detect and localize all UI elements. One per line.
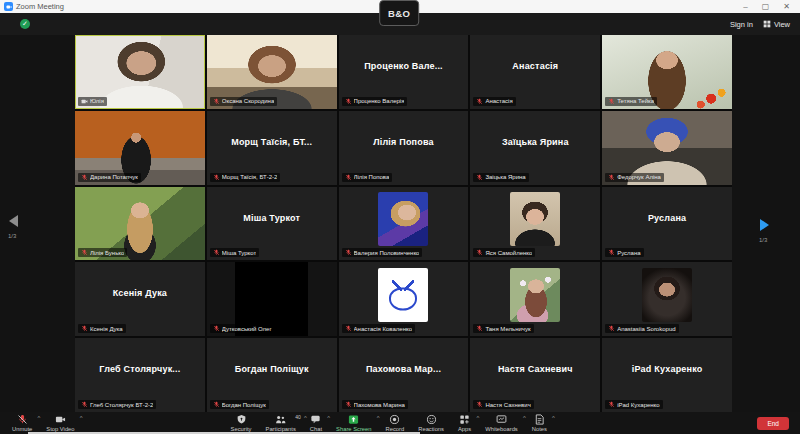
end-meeting-button[interactable]: End	[757, 417, 789, 430]
participant-tile[interactable]: Лілія Попова Лілія Попова	[339, 111, 469, 185]
participant-label: Юлія	[78, 97, 107, 106]
chat-button[interactable]: ^ Chat	[303, 414, 329, 432]
participant-label: Таня Мельничук	[473, 324, 533, 333]
participant-tile[interactable]: Настя Сахневич Настя Сахневич	[470, 338, 600, 412]
participant-label: Проценко Валерія	[342, 97, 408, 106]
muted-mic-icon	[213, 249, 220, 256]
whiteboards-button[interactable]: ^ Whiteboards	[478, 414, 525, 432]
participant-label: Дутковський Олег	[210, 324, 275, 333]
whiteboard-icon	[496, 414, 507, 425]
participant-tile[interactable]: Ксенія Дука Ксенія Дука	[75, 262, 205, 336]
participant-display-name: Анастасія	[470, 61, 600, 71]
participant-label-text: iPad Кухаренко	[617, 402, 659, 408]
reactions-icon	[426, 414, 437, 425]
participant-tile[interactable]: Федорчук Аліна	[602, 111, 732, 185]
participant-tile[interactable]: Анастасія Коваленко	[339, 262, 469, 336]
muted-mic-icon	[345, 325, 352, 332]
muted-mic-icon	[81, 325, 88, 332]
participant-display-name: Богдан Поліщук	[207, 364, 337, 374]
page-indicator-left: 1/3	[8, 233, 16, 239]
participant-label: Настя Сахневич	[473, 400, 533, 409]
participant-tile[interactable]: Валерия Половинченко	[339, 187, 469, 261]
participant-label: Руслана	[605, 248, 643, 257]
participant-label-text: Пахомова Марина	[354, 402, 405, 408]
security-button[interactable]: Security	[224, 414, 259, 432]
previous-page-arrow[interactable]	[9, 215, 18, 227]
participant-tile[interactable]: Лілія Бунько	[75, 187, 205, 261]
page-indicator-right: 1/3	[759, 237, 767, 243]
notes-chevron-icon[interactable]: ^	[552, 415, 555, 421]
participant-label-text: Міша Туркот	[222, 250, 256, 256]
participant-label-text: Тетяна Тейка	[617, 98, 654, 104]
participant-label: Глеб Столярчук БТ-2-2	[78, 400, 156, 409]
participant-tile[interactable]: Морщ Таїсія, БТ... Морщ Таїсія, БТ-2-2	[207, 111, 337, 185]
participant-tile[interactable]: Руслана Руслана	[602, 187, 732, 261]
participant-label-text: Юлія	[90, 98, 104, 104]
muted-mic-icon	[608, 174, 615, 181]
participant-label: Дарина Потапчук	[78, 173, 141, 182]
participant-label-text: Лілія Попова	[354, 174, 390, 180]
gallery-left-margin: 1/3	[0, 35, 75, 412]
participant-tile[interactable]: Тетяна Тейка	[602, 35, 732, 109]
record-button[interactable]: Record	[379, 414, 412, 432]
meeting-toolbar: ^ Unmute ^ Stop Video Security 40 ^ Part…	[0, 412, 800, 434]
muted-mic-icon	[608, 401, 615, 408]
reactions-button[interactable]: Reactions	[411, 414, 451, 432]
participant-label-text: Оксана Скородина	[222, 98, 274, 104]
shield-icon	[236, 414, 247, 425]
participant-label: Міша Туркот	[210, 248, 259, 257]
share-screen-button[interactable]: ^ Share Screen	[329, 414, 378, 432]
apps-button[interactable]: ^ Apps	[451, 414, 478, 432]
view-button[interactable]: View	[763, 20, 790, 29]
participant-tile[interactable]: Богдан Поліщук Богдан Поліщук	[207, 338, 337, 412]
next-page-arrow[interactable]	[760, 219, 769, 231]
zoom-meeting-window: Zoom Meeting – ▢ ✕ ✓ Sign in View B&O 1/…	[0, 0, 800, 434]
participant-tile[interactable]: Таня Мельничук	[470, 262, 600, 336]
stop-video-chevron-icon[interactable]: ^	[80, 415, 83, 421]
participant-tile[interactable]: Яся Самойленко	[470, 187, 600, 261]
participant-label-text: Таня Мельничук	[485, 326, 530, 332]
participant-tile[interactable]: Юлія	[75, 35, 205, 109]
notes-button[interactable]: ^ Notes	[525, 414, 554, 432]
participant-display-name: Настя Сахневич	[470, 364, 600, 374]
maximize-button[interactable]: ▢	[762, 0, 770, 13]
participant-tile[interactable]: Заїцька Ярина Заіцька Ярина	[470, 111, 600, 185]
bo-logo-text: B&O	[388, 8, 411, 19]
participant-label-text: Проценко Валерія	[354, 98, 405, 104]
participant-tile[interactable]: Anastasiia Sorokopud	[602, 262, 732, 336]
sign-in-button[interactable]: Sign in	[730, 20, 753, 29]
participant-tile[interactable]: Оксана Скородина	[207, 35, 337, 109]
participant-label: Оксана Скородина	[210, 97, 277, 106]
participant-tile[interactable]: Пахомова Мар... Пахомова Марина	[339, 338, 469, 412]
participant-tile[interactable]: Проценко Вале... Проценко Валерія	[339, 35, 469, 109]
participant-label-text: Анастасія	[485, 98, 512, 104]
participant-tile[interactable]: Міша Туркот Міша Туркот	[207, 187, 337, 261]
muted-mic-icon	[476, 249, 483, 256]
participant-avatar	[378, 192, 428, 246]
minimize-button[interactable]: –	[743, 0, 747, 13]
participant-tile[interactable]: Глеб Столярчук... Глеб Столярчук БТ-2-2	[75, 338, 205, 412]
mic-muted-icon	[17, 414, 28, 425]
unmute-button[interactable]: ^ Unmute	[5, 414, 39, 432]
participant-tile[interactable]: Дарина Потапчук	[75, 111, 205, 185]
participant-label-text: Анастасія Коваленко	[354, 326, 412, 332]
window-title: Zoom Meeting	[16, 2, 64, 11]
chat-icon	[310, 414, 321, 425]
encryption-shield-icon[interactable]: ✓	[20, 19, 30, 29]
participants-icon	[275, 414, 286, 425]
participant-label-text: Морщ Таїсія, БТ-2-2	[222, 174, 278, 180]
close-button[interactable]: ✕	[783, 0, 790, 13]
apps-icon	[459, 414, 470, 425]
participant-display-name: Морщ Таїсія, БТ...	[207, 137, 337, 147]
muted-mic-icon	[476, 325, 483, 332]
participant-tile[interactable]: Анастасія Анастасія	[470, 35, 600, 109]
stop-video-button[interactable]: ^ Stop Video	[39, 414, 81, 432]
share-screen-icon	[348, 414, 359, 425]
participant-tile[interactable]: Дутковський Олег	[207, 262, 337, 336]
participants-button[interactable]: 40 ^ Participants	[259, 414, 303, 432]
bo-logo-badge: B&O	[379, 0, 419, 26]
muted-mic-icon	[608, 98, 615, 105]
muted-mic-icon	[81, 401, 88, 408]
participant-tile[interactable]: iPad Кухаренко iPad Кухаренко	[602, 338, 732, 412]
camera-on-icon	[81, 98, 88, 105]
